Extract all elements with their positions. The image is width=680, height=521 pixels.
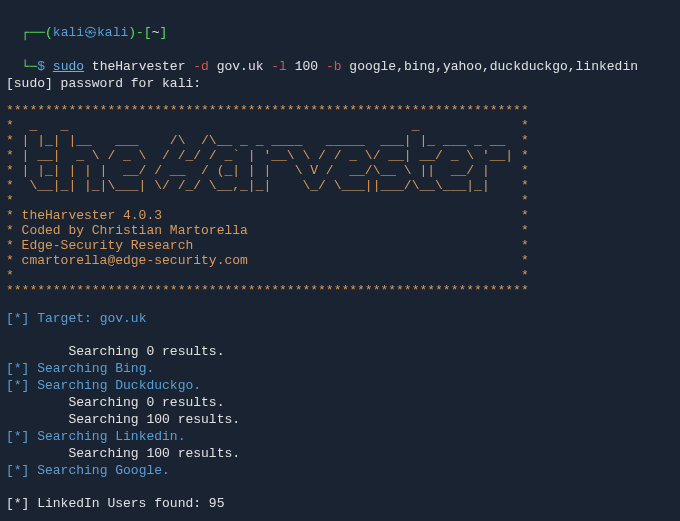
- ascii-row: * | __| _ \ / _ \ / /_/ / _` | '__\ \ / …: [6, 148, 529, 163]
- searching-results: Searching 100 results.: [6, 412, 674, 429]
- ascii-row: * _ _ _ *: [6, 118, 529, 133]
- terminal-prompt-line2[interactable]: └─$ sudo theHarvester -d gov.uk -l 100 -…: [6, 42, 674, 76]
- target-line: [*] Target: gov.uk: [6, 311, 674, 328]
- ascii-row: * *: [6, 193, 529, 208]
- prompt-host: kali: [97, 25, 128, 40]
- ascii-row: * Edge-Security Research *: [6, 238, 529, 253]
- ascii-row: * \__|_| |_|\___| \/ /_/ \__,_|_| \_/ \_…: [6, 178, 529, 193]
- searching-results: Searching 0 results.: [6, 344, 674, 361]
- prompt-close: )-[: [128, 25, 151, 40]
- ascii-banner: ****************************************…: [6, 104, 674, 298]
- blank-line: [6, 328, 674, 345]
- blank-line: [6, 480, 674, 497]
- linkedin-users-found: [*] LinkedIn Users found: 95: [6, 496, 674, 513]
- prompt-corner: ┌──(: [22, 25, 53, 40]
- ascii-row: ****************************************…: [6, 283, 529, 298]
- arg-l: 100: [287, 59, 326, 74]
- flag-d: -d: [193, 59, 209, 74]
- searching-linkedin: [*] Searching Linkedin.: [6, 429, 674, 446]
- terminal-prompt-line1: ┌──(kali㉿kali)-[~]: [6, 8, 674, 42]
- searching-results: Searching 0 results.: [6, 395, 674, 412]
- searching-duckduckgo: [*] Searching Duckduckgo.: [6, 378, 674, 395]
- ascii-row: * | |_| |__ ___ /\ /\__ _ _ ____ _____ _…: [6, 133, 529, 148]
- prompt-end: ]: [159, 25, 167, 40]
- ascii-row: ****************************************…: [6, 103, 529, 118]
- ascii-row: * Coded by Christian Martorella *: [6, 223, 529, 238]
- flag-l: -l: [271, 59, 287, 74]
- ascii-row: * theHarvester 4.0.3 *: [6, 208, 529, 223]
- cmd-harvester: theHarvester: [84, 59, 193, 74]
- output-block: [*] Target: gov.uk Searching 0 results. …: [6, 311, 674, 514]
- ascii-row: * cmartorella@edge-security.com *: [6, 253, 529, 268]
- prompt-l2-prefix: └─: [22, 59, 38, 74]
- prompt-user: kali: [53, 25, 84, 40]
- cmd-sudo: sudo: [53, 59, 84, 74]
- searching-google: [*] Searching Google.: [6, 463, 674, 480]
- ascii-row: * | |_| | | | __/ / __ / (_| | | \ V / _…: [6, 163, 529, 178]
- arg-d: gov.uk: [209, 59, 271, 74]
- prompt-dollar: $: [37, 59, 53, 74]
- searching-results: Searching 100 results.: [6, 446, 674, 463]
- prompt-at: ㉿: [84, 25, 97, 40]
- flag-b: -b: [326, 59, 342, 74]
- sudo-password-prompt[interactable]: [sudo] password for kali:: [6, 76, 674, 93]
- arg-b: google,bing,yahoo,duckduckgo,linkedin: [342, 59, 638, 74]
- searching-bing: [*] Searching Bing.: [6, 361, 674, 378]
- ascii-row: * *: [6, 268, 529, 283]
